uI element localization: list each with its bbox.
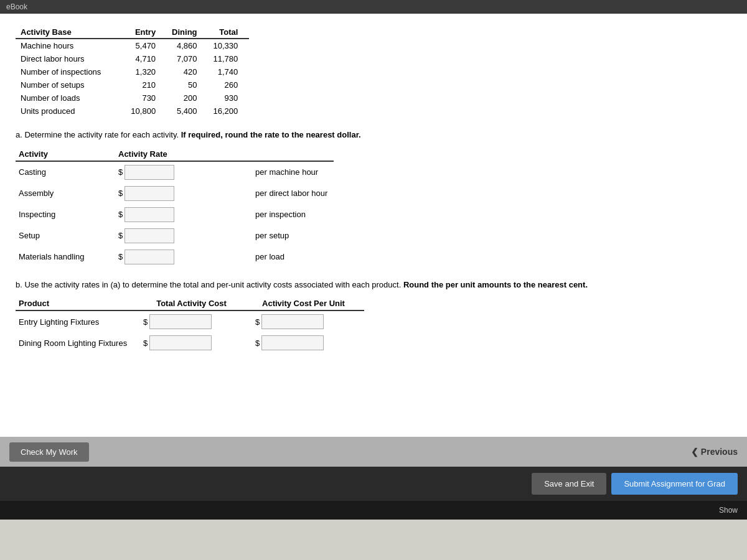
inspecting-input-cell: $ [115, 204, 252, 225]
row-entry: 4,710 [126, 52, 167, 65]
table-row: Number of inspections 1,320 420 1,740 [16, 65, 249, 78]
row-total: 930 [209, 91, 250, 105]
activity-rate-table: Activity Activity Rate Casting $ per mac… [16, 147, 334, 268]
setup-rate-input[interactable] [125, 228, 174, 243]
show-label: Show [719, 506, 738, 515]
section-a-label: a. Determine the activity rate for each … [16, 129, 731, 141]
row-entry: 210 [126, 78, 167, 91]
activity-base-table: Activity Base Entry Dining Total Machine… [16, 26, 249, 118]
row-dining: 200 [167, 91, 208, 105]
inspecting-row: Inspecting $ per inspection [16, 204, 334, 225]
previous-label: Previous [701, 447, 738, 457]
top-bar-label: eBook [6, 2, 27, 11]
casting-input-cell: $ [115, 161, 252, 183]
row-dining: 7,070 [167, 52, 208, 65]
materials-handling-input-cell: $ [115, 246, 252, 268]
setup-label: Setup [16, 225, 115, 246]
row-label: Direct labor hours [16, 52, 126, 65]
inspecting-per-label: per inspection [252, 204, 334, 225]
row-dining: 5,400 [167, 105, 208, 118]
col-entry: Entry [126, 26, 167, 39]
col-dining: Dining [167, 26, 208, 39]
activity-rate-col-header: Activity Rate [115, 147, 252, 161]
top-bar: eBook [0, 0, 747, 14]
entry-cost-per-unit-cell: $ [252, 310, 364, 332]
row-dining: 4,860 [167, 39, 208, 52]
dining-cost-per-unit-cell: $ [252, 332, 364, 353]
product-table: Product Total Activity Cost Activity Cos… [16, 297, 364, 353]
setup-per-label: per setup [252, 225, 334, 246]
dollar-sign: $ [118, 231, 123, 240]
dollar-sign: $ [118, 167, 123, 177]
submit-assignment-button[interactable]: Submit Assignment for Grad [611, 473, 738, 495]
dollar-sign: $ [118, 189, 123, 198]
row-label: Number of setups [16, 78, 126, 91]
dining-cost-per-unit-input[interactable] [261, 335, 324, 350]
assembly-label: Assembly [16, 183, 115, 204]
dollar-sign: $ [143, 338, 148, 348]
row-entry: 1,320 [126, 65, 167, 78]
total-activity-cost-header: Total Activity Cost [140, 297, 252, 310]
row-total: 16,200 [209, 105, 250, 118]
activity-col-header: Activity [16, 147, 115, 161]
dining-total-cost-input[interactable] [149, 335, 212, 350]
materials-handling-rate-input[interactable] [125, 250, 174, 264]
row-total: 11,780 [209, 52, 250, 65]
entry-lighting-row: Entry Lighting Fixtures $ $ [16, 310, 364, 332]
row-entry: 10,800 [126, 105, 167, 118]
casting-rate-input[interactable] [125, 165, 174, 180]
assembly-row: Assembly $ per direct labor hour [16, 183, 334, 204]
bottom-bar: Check My Work ❮ Previous [0, 437, 747, 467]
inspecting-label: Inspecting [16, 204, 115, 225]
row-total: 1,740 [209, 65, 250, 78]
entry-total-cost-cell: $ [140, 310, 252, 332]
assembly-input-cell: $ [115, 183, 252, 204]
setup-input-cell: $ [115, 225, 252, 246]
entry-cost-per-unit-input[interactable] [261, 314, 324, 329]
col-total: Total [209, 26, 250, 39]
chevron-left-icon: ❮ [691, 447, 698, 457]
casting-row: Casting $ per machine hour [16, 161, 334, 183]
product-col-header: Product [16, 297, 140, 310]
dining-lighting-row: Dining Room Lighting Fixtures $ $ [16, 332, 364, 353]
dining-total-cost-cell: $ [140, 332, 252, 353]
save-and-exit-button[interactable]: Save and Exit [532, 473, 606, 495]
inspecting-rate-input[interactable] [125, 207, 174, 222]
activity-cost-per-unit-header: Activity Cost Per Unit [252, 297, 364, 310]
dollar-sign: $ [255, 338, 260, 348]
row-total: 10,330 [209, 39, 250, 52]
show-bar: Show [0, 501, 747, 520]
dollar-sign: $ [143, 317, 148, 327]
assembly-per-label: per direct labor hour [252, 183, 334, 204]
materials-handling-label: Materials handling [16, 246, 115, 268]
assembly-rate-input[interactable] [125, 186, 174, 201]
table-row: Number of loads 730 200 930 [16, 91, 249, 105]
dollar-sign: $ [118, 252, 123, 261]
row-label: Machine hours [16, 39, 126, 52]
dining-lighting-label: Dining Room Lighting Fixtures [16, 332, 140, 353]
setup-row: Setup $ per setup [16, 225, 334, 246]
row-total: 260 [209, 78, 250, 91]
casting-label: Casting [16, 161, 115, 183]
table-row: Machine hours 5,470 4,860 10,330 [16, 39, 249, 52]
col-activity-base: Activity Base [16, 26, 126, 39]
entry-lighting-label: Entry Lighting Fixtures [16, 310, 140, 332]
row-dining: 50 [167, 78, 208, 91]
row-dining: 420 [167, 65, 208, 78]
materials-handling-per-label: per load [252, 246, 334, 268]
footer-bar: Save and Exit Submit Assignment for Grad [0, 467, 747, 501]
table-row: Number of setups 210 50 260 [16, 78, 249, 91]
row-label: Units produced [16, 105, 126, 118]
row-label: Number of inspections [16, 65, 126, 78]
main-content: Activity Base Entry Dining Total Machine… [0, 14, 747, 437]
section-b-label: b. Use the activity rates in (a) to dete… [16, 279, 731, 291]
materials-handling-row: Materials handling $ per load [16, 246, 334, 268]
row-label: Number of loads [16, 91, 126, 105]
dollar-sign: $ [255, 317, 260, 327]
previous-link[interactable]: ❮ Previous [691, 447, 738, 457]
row-entry: 5,470 [126, 39, 167, 52]
check-work-button[interactable]: Check My Work [9, 442, 89, 462]
table-row: Direct labor hours 4,710 7,070 11,780 [16, 52, 249, 65]
casting-per-label: per machine hour [252, 161, 334, 183]
entry-total-cost-input[interactable] [149, 314, 212, 329]
